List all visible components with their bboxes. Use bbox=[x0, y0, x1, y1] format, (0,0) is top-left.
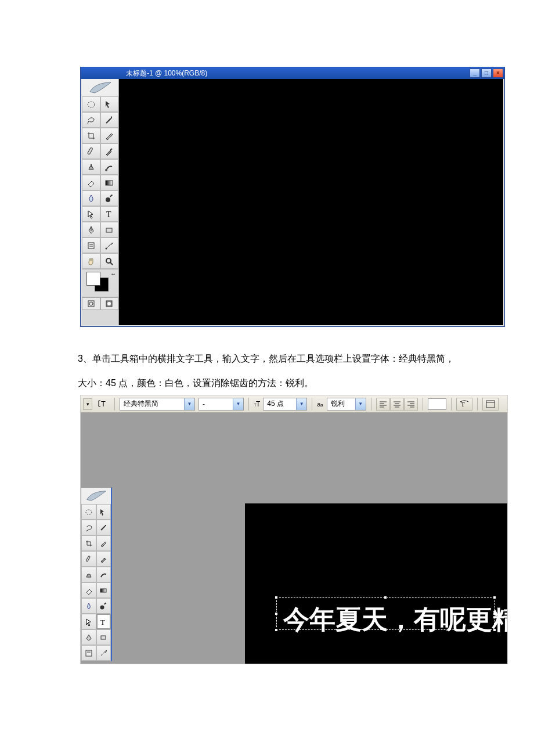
font-family-value: 经典特黑简 bbox=[120, 399, 184, 409]
lasso-tool-icon[interactable] bbox=[82, 112, 100, 128]
text-color-picker[interactable] bbox=[428, 398, 446, 410]
quickmask-mode-icon[interactable] bbox=[100, 297, 119, 310]
notes-tool-icon[interactable] bbox=[81, 645, 96, 661]
svg-rect-37 bbox=[86, 556, 91, 561]
text-layer-content[interactable]: 今年夏天，有呢更精彩 bbox=[281, 602, 508, 637]
font-style-value: - bbox=[199, 400, 233, 408]
svg-point-39 bbox=[100, 605, 104, 609]
font-size-select[interactable]: 45 点 ▼ bbox=[263, 398, 307, 411]
path-select-tool-icon[interactable] bbox=[81, 614, 96, 629]
warp-text-button[interactable]: T bbox=[456, 398, 472, 411]
slice-tool-icon[interactable] bbox=[96, 535, 111, 551]
zoom-tool-icon[interactable] bbox=[100, 253, 119, 269]
standard-mode-icon[interactable] bbox=[82, 297, 100, 310]
healing-brush-tool-icon[interactable] bbox=[82, 143, 100, 159]
svg-text:T: T bbox=[101, 399, 106, 408]
history-brush-tool-icon[interactable] bbox=[96, 567, 111, 582]
marquee-tool-icon[interactable] bbox=[81, 504, 96, 520]
eyedropper-tool-icon[interactable] bbox=[96, 645, 111, 661]
magic-wand-tool-icon[interactable] bbox=[96, 520, 111, 535]
svg-point-17 bbox=[89, 302, 93, 305]
move-tool-icon[interactable] bbox=[96, 504, 111, 520]
type-tool-icon[interactable]: T bbox=[100, 206, 119, 222]
svg-rect-40 bbox=[104, 602, 106, 604]
text-align-group bbox=[376, 398, 418, 411]
chevron-down-icon: ▼ bbox=[355, 398, 366, 410]
slice-tool-icon[interactable] bbox=[100, 128, 119, 143]
anti-alias-value: 锐利 bbox=[327, 399, 355, 409]
shape-tool-icon[interactable] bbox=[100, 222, 119, 237]
crop-tool-icon[interactable] bbox=[82, 128, 100, 143]
clone-stamp-tool-icon[interactable] bbox=[82, 159, 100, 175]
foreground-color-swatch[interactable] bbox=[86, 272, 100, 286]
window-close-button[interactable]: × bbox=[493, 69, 503, 78]
window-title: 未标题-1 @ 100%(RGB/8) bbox=[126, 69, 207, 77]
svg-text:T: T bbox=[106, 210, 111, 219]
svg-point-3 bbox=[105, 169, 107, 171]
caption-line-2: 大小：45 点，颜色：白色，设置消除锯齿的方法：锐利。 bbox=[78, 375, 507, 392]
pen-tool-icon[interactable] bbox=[81, 629, 96, 645]
svg-rect-34 bbox=[486, 401, 495, 408]
clone-stamp-tool-icon[interactable] bbox=[81, 567, 96, 582]
eraser-tool-icon[interactable] bbox=[81, 582, 96, 598]
magic-wand-tool-icon[interactable] bbox=[100, 112, 119, 128]
svg-point-5 bbox=[106, 197, 110, 202]
hand-tool-icon[interactable] bbox=[82, 253, 100, 269]
toolbox-2: T bbox=[81, 487, 112, 661]
eraser-tool-icon[interactable] bbox=[82, 175, 100, 190]
photoshop-window-1: 未标题-1 @ 100%(RGB/8) _ □ × bbox=[80, 67, 505, 327]
svg-rect-10 bbox=[88, 243, 94, 249]
font-size-icon: TT bbox=[254, 400, 259, 408]
healing-brush-tool-icon[interactable] bbox=[81, 551, 96, 567]
chevron-down-icon: ▼ bbox=[296, 398, 306, 410]
marquee-tool-icon[interactable] bbox=[82, 96, 100, 112]
pen-tool-icon[interactable] bbox=[82, 222, 100, 237]
lasso-tool-icon[interactable] bbox=[81, 520, 96, 535]
crop-tool-icon[interactable] bbox=[81, 535, 96, 551]
svg-rect-6 bbox=[110, 194, 113, 197]
svg-point-13 bbox=[106, 247, 107, 249]
move-tool-icon[interactable] bbox=[100, 96, 119, 112]
font-style-select[interactable]: - ▼ bbox=[199, 398, 244, 411]
window-titlebar[interactable]: 未标题-1 @ 100%(RGB/8) _ □ × bbox=[81, 67, 504, 79]
dodge-tool-icon[interactable] bbox=[100, 190, 119, 206]
tool-preset-dropdown[interactable]: ▾ bbox=[83, 398, 92, 410]
brush-tool-icon[interactable] bbox=[100, 143, 119, 159]
svg-point-19 bbox=[107, 302, 111, 305]
font-family-select[interactable]: 经典特黑简 ▼ bbox=[120, 398, 195, 411]
window-maximize-button[interactable]: □ bbox=[481, 69, 492, 78]
color-swatch[interactable]: ↔ bbox=[82, 269, 118, 297]
photoshop-window-2: ▾ T 经典特黑简 ▼ - ▼ TT 45 点 ▼ aa bbox=[80, 395, 508, 664]
svg-rect-43 bbox=[86, 650, 92, 656]
blur-tool-icon[interactable] bbox=[82, 190, 100, 206]
svg-rect-1 bbox=[87, 147, 92, 154]
dodge-tool-icon[interactable] bbox=[96, 598, 111, 614]
canvas[interactable] bbox=[119, 79, 503, 325]
svg-text:T: T bbox=[461, 401, 465, 408]
svg-point-0 bbox=[88, 102, 95, 107]
anti-alias-select[interactable]: 锐利 ▼ bbox=[327, 398, 366, 411]
path-select-tool-icon[interactable] bbox=[82, 206, 100, 222]
notes-tool-icon[interactable] bbox=[82, 237, 100, 253]
chevron-down-icon: ▼ bbox=[233, 398, 243, 410]
swap-colors-icon[interactable]: ↔ bbox=[110, 271, 116, 277]
type-tool-icon[interactable]: T bbox=[96, 614, 111, 629]
svg-rect-4 bbox=[106, 181, 113, 185]
align-center-button[interactable] bbox=[390, 398, 404, 411]
blur-tool-icon[interactable] bbox=[81, 598, 96, 614]
align-left-button[interactable] bbox=[376, 398, 390, 411]
character-panel-button[interactable] bbox=[482, 398, 499, 411]
shape-tool-icon[interactable] bbox=[96, 629, 111, 645]
svg-rect-38 bbox=[100, 589, 106, 592]
svg-point-14 bbox=[106, 258, 111, 263]
text-orientation-toggle-icon[interactable]: T bbox=[96, 398, 110, 411]
window-minimize-button[interactable]: _ bbox=[470, 69, 480, 78]
gradient-tool-icon[interactable] bbox=[100, 175, 119, 190]
font-size-value: 45 点 bbox=[264, 399, 296, 409]
align-right-button[interactable] bbox=[404, 398, 418, 411]
eyedropper-tool-icon[interactable] bbox=[100, 237, 119, 253]
history-brush-tool-icon[interactable] bbox=[100, 159, 119, 175]
gradient-tool-icon[interactable] bbox=[96, 582, 111, 598]
brush-tool-icon[interactable] bbox=[96, 551, 111, 567]
canvas-2[interactable]: 今年夏天，有呢更精彩 bbox=[245, 503, 507, 664]
